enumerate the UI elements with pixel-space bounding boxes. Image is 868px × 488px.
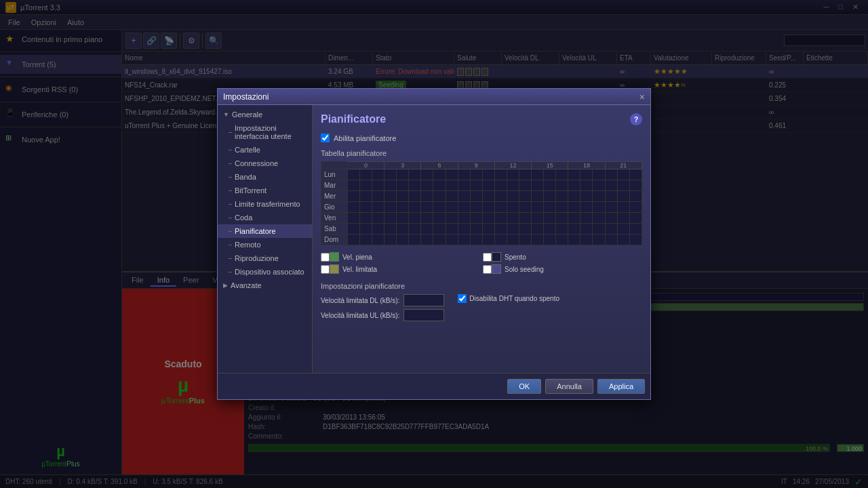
scheduler-cell[interactable] bbox=[568, 202, 580, 213]
scheduler-cell[interactable] bbox=[629, 235, 642, 245]
scheduler-cell[interactable] bbox=[446, 235, 458, 245]
scheduler-cell[interactable] bbox=[556, 169, 568, 180]
scheduler-cell[interactable] bbox=[544, 169, 556, 180]
legend-vel-piena-checkbox[interactable] bbox=[321, 253, 330, 262]
scheduler-cell[interactable] bbox=[544, 191, 556, 202]
legend-vel-limitata-checkbox[interactable] bbox=[321, 265, 330, 274]
scheduler-cell[interactable] bbox=[617, 169, 629, 180]
scheduler-cell[interactable] bbox=[629, 202, 642, 213]
scheduler-cell[interactable] bbox=[532, 202, 544, 213]
modal-menu-cartelle[interactable]: – Cartelle bbox=[218, 143, 312, 157]
scheduler-cell[interactable] bbox=[494, 202, 507, 213]
disabilita-dht-checkbox[interactable] bbox=[458, 294, 467, 303]
scheduler-cell[interactable] bbox=[482, 213, 494, 224]
scheduler-cell[interactable] bbox=[519, 213, 532, 224]
scheduler-cell[interactable] bbox=[384, 235, 397, 245]
scheduler-cell[interactable] bbox=[482, 202, 494, 213]
scheduler-cell[interactable] bbox=[409, 202, 421, 213]
scheduler-cell[interactable] bbox=[347, 180, 359, 191]
scheduler-cell[interactable] bbox=[519, 224, 532, 235]
scheduler-cell[interactable] bbox=[433, 224, 446, 235]
scheduler-cell[interactable] bbox=[359, 202, 372, 213]
scheduler-cell[interactable] bbox=[617, 191, 629, 202]
scheduler-cell[interactable] bbox=[433, 191, 446, 202]
scheduler-cell[interactable] bbox=[544, 235, 556, 245]
scheduler-cell[interactable] bbox=[433, 169, 446, 180]
scheduler-cell[interactable] bbox=[384, 169, 397, 180]
scheduler-cell[interactable] bbox=[372, 213, 384, 224]
scheduler-cell[interactable] bbox=[409, 191, 421, 202]
disabilita-dht-label[interactable]: Disabilita DHT quando spento bbox=[458, 294, 559, 303]
enable-scheduler-checkbox[interactable] bbox=[321, 134, 330, 142]
scheduler-cell[interactable] bbox=[347, 202, 359, 213]
scheduler-cell[interactable] bbox=[397, 169, 409, 180]
scheduler-cell[interactable] bbox=[544, 213, 556, 224]
scheduler-cell[interactable] bbox=[494, 191, 507, 202]
scheduler-cell[interactable] bbox=[421, 169, 433, 180]
ok-button[interactable]: OK bbox=[507, 379, 541, 394]
scheduler-cell[interactable] bbox=[556, 235, 568, 245]
apply-button[interactable]: Applica bbox=[597, 379, 645, 394]
scheduler-cell[interactable] bbox=[421, 202, 433, 213]
modal-menu-dispositivo[interactable]: – Dispositivo associato bbox=[218, 265, 312, 279]
scheduler-cell[interactable] bbox=[458, 169, 470, 180]
scheduler-cell[interactable] bbox=[409, 224, 421, 235]
scheduler-cell[interactable] bbox=[556, 202, 568, 213]
scheduler-cell[interactable] bbox=[568, 224, 580, 235]
scheduler-cell[interactable] bbox=[617, 235, 629, 245]
scheduler-cell[interactable] bbox=[384, 224, 397, 235]
scheduler-cell[interactable] bbox=[409, 235, 421, 245]
scheduler-cell[interactable] bbox=[421, 191, 433, 202]
scheduler-cell[interactable] bbox=[629, 224, 642, 235]
scheduler-cell[interactable] bbox=[556, 191, 568, 202]
scheduler-cell[interactable] bbox=[347, 213, 359, 224]
scheduler-cell[interactable] bbox=[593, 213, 605, 224]
scheduler-cell[interactable] bbox=[519, 202, 532, 213]
scheduler-cell[interactable] bbox=[470, 213, 482, 224]
scheduler-cell[interactable] bbox=[532, 191, 544, 202]
scheduler-cell[interactable] bbox=[580, 169, 593, 180]
scheduler-cell[interactable] bbox=[580, 191, 593, 202]
scheduler-cell[interactable] bbox=[580, 213, 593, 224]
scheduler-cell[interactable] bbox=[568, 235, 580, 245]
legend-spento-checkbox[interactable] bbox=[483, 253, 492, 262]
scheduler-cell[interactable] bbox=[532, 235, 544, 245]
scheduler-cell[interactable] bbox=[470, 191, 482, 202]
scheduler-cell[interactable] bbox=[629, 213, 642, 224]
scheduler-cell[interactable] bbox=[421, 224, 433, 235]
scheduler-cell[interactable] bbox=[494, 169, 507, 180]
scheduler-cell[interactable] bbox=[433, 202, 446, 213]
scheduler-cell[interactable] bbox=[580, 235, 593, 245]
scheduler-cell[interactable] bbox=[605, 202, 617, 213]
scheduler-cell[interactable] bbox=[409, 213, 421, 224]
scheduler-cell[interactable] bbox=[482, 169, 494, 180]
scheduler-cell[interactable] bbox=[593, 235, 605, 245]
scheduler-cell[interactable] bbox=[532, 213, 544, 224]
scheduler-cell[interactable] bbox=[617, 180, 629, 191]
scheduler-cell[interactable] bbox=[556, 213, 568, 224]
scheduler-cell[interactable] bbox=[433, 235, 446, 245]
scheduler-cell[interactable] bbox=[446, 191, 458, 202]
modal-close-btn[interactable]: × bbox=[639, 92, 645, 102]
scheduler-cell[interactable] bbox=[470, 202, 482, 213]
scheduler-cell[interactable] bbox=[580, 202, 593, 213]
modal-menu-pianificatore[interactable]: – Pianificatore bbox=[218, 224, 312, 238]
scheduler-cell[interactable] bbox=[458, 213, 470, 224]
legend-solo-seeding-checkbox[interactable] bbox=[483, 265, 492, 274]
scheduler-cell[interactable] bbox=[494, 180, 507, 191]
scheduler-cell[interactable] bbox=[507, 202, 519, 213]
scheduler-cell[interactable] bbox=[605, 191, 617, 202]
scheduler-cell[interactable] bbox=[532, 180, 544, 191]
scheduler-cell[interactable] bbox=[446, 169, 458, 180]
scheduler-cell[interactable] bbox=[482, 191, 494, 202]
modal-menu-limite[interactable]: – Limite trasferimento bbox=[218, 197, 312, 211]
scheduler-cell[interactable] bbox=[397, 202, 409, 213]
modal-menu-avanzate[interactable]: ▶ Avanzate bbox=[218, 279, 312, 292]
scheduler-cell[interactable] bbox=[544, 180, 556, 191]
scheduler-cell[interactable] bbox=[421, 213, 433, 224]
vel-limitata-dl-input[interactable] bbox=[403, 294, 444, 306]
scheduler-cell[interactable] bbox=[359, 169, 372, 180]
scheduler-cell[interactable] bbox=[617, 213, 629, 224]
scheduler-cell[interactable] bbox=[593, 202, 605, 213]
scheduler-cell[interactable] bbox=[544, 224, 556, 235]
